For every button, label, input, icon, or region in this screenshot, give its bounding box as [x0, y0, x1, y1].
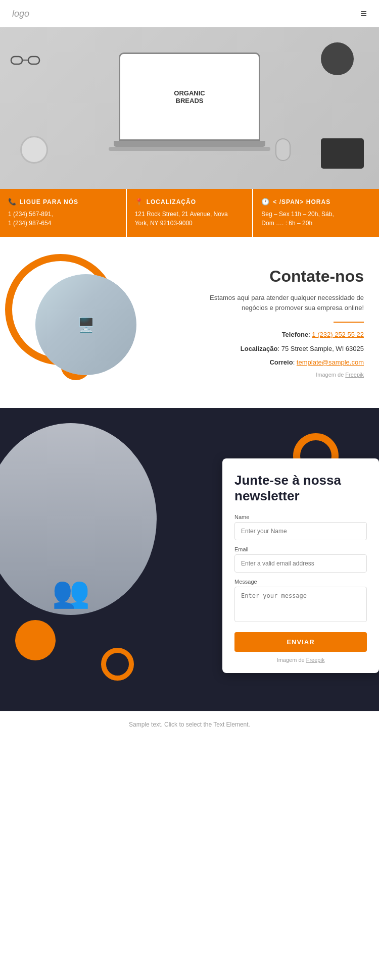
email-input[interactable] [234, 554, 367, 573]
phone-icon: 📞 [8, 198, 17, 205]
contact-location: Localização: 75 Street Sample, WI 63025 [192, 344, 364, 354]
nl-team-circle: 👥 [0, 423, 157, 615]
laptop-text-line2: BREADS [176, 97, 204, 105]
logo: logo [12, 9, 29, 19]
contact-desc: Estamos aqui para atender qualquer neces… [192, 293, 364, 313]
contact-image-credit: Imagem de Freepik [192, 372, 364, 378]
info-card-hours-title: 🕐 < /SPAN> HORAS [261, 198, 371, 205]
footer: Sample text. Click to select the Text El… [0, 711, 379, 737]
newsletter-form-card: Junte-se à nossa newsletter Name Email M… [222, 458, 379, 673]
contact-divider [334, 322, 364, 323]
info-card-phone-title: 📞 LIGUE PARA NÓS [8, 198, 118, 205]
coffee-decoration [20, 136, 48, 164]
hero-section: ORGANIC BREADS [0, 27, 379, 189]
contact-photo-area: 🖥️ [15, 269, 177, 375]
tablet-decoration [321, 138, 364, 169]
info-card-location-text: 121 Rock Street, 21 Avenue, Nova York, N… [135, 210, 245, 228]
name-label: Name [234, 514, 367, 520]
message-label: Message [234, 579, 367, 585]
mouse-decoration [275, 138, 291, 161]
newsletter-title: Junte-se à nossa newsletter [234, 473, 367, 504]
pan-decoration [321, 42, 354, 75]
info-cards-section: 📞 LIGUE PARA NÓS 1 (234) 567-891, 1 (234… [0, 189, 379, 237]
location-icon: 📍 [135, 198, 144, 205]
menu-icon[interactable]: ≡ [360, 7, 367, 20]
glasses-decoration [10, 53, 40, 73]
contact-email: Correio: template@sample.com [192, 357, 364, 368]
info-card-phone: 📞 LIGUE PARA NÓS 1 (234) 567-891, 1 (234… [0, 189, 126, 237]
svg-rect-0 [11, 57, 22, 64]
email-field-group: Email [234, 546, 367, 573]
clock-icon: 🕐 [261, 198, 270, 205]
laptop: ORGANIC BREADS [104, 53, 275, 164]
name-field-group: Name [234, 514, 367, 540]
contact-section: 🖥️ Contate-nos Estamos aqui para atender… [0, 237, 379, 408]
contact-photo: 🖥️ [35, 274, 136, 375]
info-card-hours: 🕐 < /SPAN> HORAS Seg – Sex 11h – 20h, Sá… [253, 189, 379, 237]
nl-team-photo-area: 👥 [0, 408, 182, 650]
svg-rect-1 [28, 57, 39, 64]
laptop-text-line1: ORGANIC [174, 89, 205, 97]
nl-circle-bottom-mid [101, 648, 134, 681]
name-input[interactable] [234, 522, 367, 540]
hero-background: ORGANIC BREADS [0, 27, 379, 189]
message-input[interactable] [234, 587, 367, 622]
contact-title: Contate-nos [192, 267, 364, 286]
navbar: logo ≡ [0, 0, 379, 27]
message-field-group: Message [234, 579, 367, 624]
info-card-phone-text: 1 (234) 567-891, 1 (234) 987-654 [8, 210, 118, 228]
info-card-location: 📍 LOCALIZAÇÃO 121 Rock Street, 21 Avenue… [127, 189, 253, 237]
contact-photo-inner: 🖥️ [35, 274, 136, 375]
newsletter-section: 👥 Junte-se à nossa newsletter Name Email… [0, 408, 379, 711]
info-card-location-title: 📍 LOCALIZAÇÃO [135, 198, 245, 205]
submit-button[interactable]: ENVIAR [234, 632, 367, 652]
info-card-hours-text: Seg – Sex 11h – 20h, Sáb, Dom …. : 6h – … [261, 210, 371, 228]
contact-info: Contate-nos Estamos aqui para atender qu… [177, 267, 364, 378]
nl-image-credit: Imagem de Freepik [234, 657, 367, 663]
email-label: Email [234, 546, 367, 552]
contact-phone: Telefone: 1 (232) 252 55 22 [192, 330, 364, 340]
footer-text: Sample text. Click to select the Text El… [129, 721, 250, 728]
nl-team-bg: 👥 [0, 423, 157, 615]
